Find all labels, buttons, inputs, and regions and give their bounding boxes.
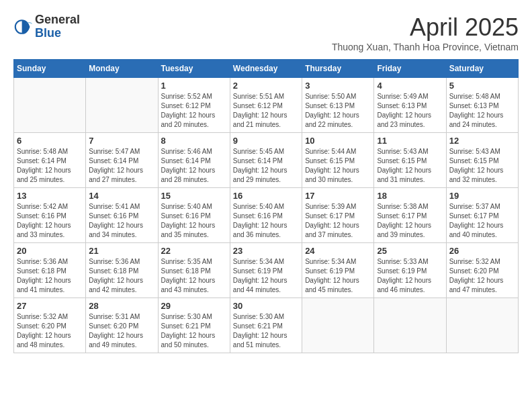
calendar-day-1: 1Sunrise: 5:52 AM Sunset: 6:12 PM Daylig… [158,78,230,133]
calendar-day-24: 24Sunrise: 5:34 AM Sunset: 6:19 PM Dayli… [302,243,374,298]
day-number: 30 [233,301,299,311]
day-number: 15 [161,191,227,201]
day-info: Sunrise: 5:30 AM Sunset: 6:21 PM Dayligh… [161,312,227,350]
day-number: 22 [161,246,227,256]
calendar-header-tuesday: Tuesday [158,60,230,78]
day-info: Sunrise: 5:43 AM Sunset: 6:15 PM Dayligh… [377,147,443,185]
day-info: Sunrise: 5:35 AM Sunset: 6:18 PM Dayligh… [161,257,227,295]
day-info: Sunrise: 5:50 AM Sunset: 6:13 PM Dayligh… [305,92,371,130]
calendar-week-row: 13Sunrise: 5:42 AM Sunset: 6:16 PM Dayli… [14,188,519,243]
day-number: 3 [305,81,371,91]
logo-blue: Blue [35,27,80,40]
day-number: 8 [161,136,227,146]
calendar-day-5: 5Sunrise: 5:48 AM Sunset: 6:13 PM Daylig… [446,78,518,133]
day-number: 21 [89,246,154,256]
calendar-day-17: 17Sunrise: 5:39 AM Sunset: 6:17 PM Dayli… [302,188,374,243]
day-number: 6 [17,136,83,146]
day-info: Sunrise: 5:45 AM Sunset: 6:14 PM Dayligh… [233,147,299,185]
calendar-week-row: 20Sunrise: 5:36 AM Sunset: 6:18 PM Dayli… [14,243,519,298]
calendar-day-20: 20Sunrise: 5:36 AM Sunset: 6:18 PM Dayli… [14,243,86,298]
day-info: Sunrise: 5:34 AM Sunset: 6:19 PM Dayligh… [305,257,371,295]
day-number: 2 [233,81,299,91]
day-info: Sunrise: 5:44 AM Sunset: 6:15 PM Dayligh… [305,147,371,185]
day-info: Sunrise: 5:31 AM Sunset: 6:20 PM Dayligh… [89,312,154,350]
day-info: Sunrise: 5:46 AM Sunset: 6:14 PM Dayligh… [161,147,227,185]
title-section: April 2025 Thuong Xuan, Thanh Hoa Provin… [332,13,519,52]
day-info: Sunrise: 5:40 AM Sunset: 6:16 PM Dayligh… [161,202,227,240]
day-info: Sunrise: 5:37 AM Sunset: 6:17 PM Dayligh… [449,202,515,240]
calendar-header-friday: Friday [374,60,446,78]
day-info: Sunrise: 5:33 AM Sunset: 6:19 PM Dayligh… [377,257,443,295]
day-number: 16 [233,191,299,201]
calendar-week-row: 6Sunrise: 5:48 AM Sunset: 6:14 PM Daylig… [14,133,519,188]
day-number: 27 [17,301,83,311]
day-number: 20 [17,246,83,256]
calendar-day-11: 11Sunrise: 5:43 AM Sunset: 6:15 PM Dayli… [374,133,446,188]
day-info: Sunrise: 5:48 AM Sunset: 6:13 PM Dayligh… [449,92,515,130]
day-number: 11 [377,136,443,146]
logo: General Blue [13,13,80,40]
calendar-week-row: 27Sunrise: 5:32 AM Sunset: 6:20 PM Dayli… [14,298,519,353]
day-info: Sunrise: 5:40 AM Sunset: 6:16 PM Dayligh… [233,202,299,240]
day-info: Sunrise: 5:39 AM Sunset: 6:17 PM Dayligh… [305,202,371,240]
calendar-day-14: 14Sunrise: 5:41 AM Sunset: 6:16 PM Dayli… [86,188,158,243]
day-number: 1 [161,81,227,91]
calendar-day-10: 10Sunrise: 5:44 AM Sunset: 6:15 PM Dayli… [302,133,374,188]
logo-general: General [35,13,80,27]
day-number: 13 [17,191,83,201]
calendar-empty-cell [14,78,86,133]
day-number: 9 [233,136,299,146]
day-info: Sunrise: 5:49 AM Sunset: 6:13 PM Dayligh… [377,92,443,130]
calendar-header-row: SundayMondayTuesdayWednesdayThursdayFrid… [14,60,519,78]
day-number: 12 [449,136,515,146]
day-number: 25 [377,246,443,256]
day-number: 5 [449,81,515,91]
calendar-day-15: 15Sunrise: 5:40 AM Sunset: 6:16 PM Dayli… [158,188,230,243]
calendar-day-7: 7Sunrise: 5:47 AM Sunset: 6:14 PM Daylig… [86,133,158,188]
day-number: 18 [377,191,443,201]
calendar-header-thursday: Thursday [302,60,374,78]
day-number: 10 [305,136,371,146]
day-info: Sunrise: 5:41 AM Sunset: 6:16 PM Dayligh… [89,202,154,240]
calendar-day-8: 8Sunrise: 5:46 AM Sunset: 6:14 PM Daylig… [158,133,230,188]
day-number: 14 [89,191,154,201]
calendar-day-13: 13Sunrise: 5:42 AM Sunset: 6:16 PM Dayli… [14,188,86,243]
day-info: Sunrise: 5:36 AM Sunset: 6:18 PM Dayligh… [89,257,154,295]
day-info: Sunrise: 5:34 AM Sunset: 6:19 PM Dayligh… [233,257,299,295]
page-header: General Blue April 2025 Thuong Xuan, Tha… [13,13,519,52]
calendar-day-30: 30Sunrise: 5:30 AM Sunset: 6:21 PM Dayli… [230,298,302,353]
day-number: 7 [89,136,154,146]
day-number: 29 [161,301,227,311]
calendar-day-28: 28Sunrise: 5:31 AM Sunset: 6:20 PM Dayli… [86,298,158,353]
day-number: 24 [305,246,371,256]
day-info: Sunrise: 5:36 AM Sunset: 6:18 PM Dayligh… [17,257,83,295]
calendar-day-23: 23Sunrise: 5:34 AM Sunset: 6:19 PM Dayli… [230,243,302,298]
day-info: Sunrise: 5:38 AM Sunset: 6:17 PM Dayligh… [377,202,443,240]
location: Thuong Xuan, Thanh Hoa Province, Vietnam [332,42,519,52]
calendar-empty-cell [446,298,518,353]
day-info: Sunrise: 5:30 AM Sunset: 6:21 PM Dayligh… [233,312,299,350]
logo-text: General Blue [35,13,80,40]
day-info: Sunrise: 5:32 AM Sunset: 6:20 PM Dayligh… [17,312,83,350]
calendar-day-4: 4Sunrise: 5:49 AM Sunset: 6:13 PM Daylig… [374,78,446,133]
calendar-day-12: 12Sunrise: 5:43 AM Sunset: 6:15 PM Dayli… [446,133,518,188]
calendar-day-6: 6Sunrise: 5:48 AM Sunset: 6:14 PM Daylig… [14,133,86,188]
calendar-day-27: 27Sunrise: 5:32 AM Sunset: 6:20 PM Dayli… [14,298,86,353]
calendar-day-19: 19Sunrise: 5:37 AM Sunset: 6:17 PM Dayli… [446,188,518,243]
day-number: 26 [449,246,515,256]
day-info: Sunrise: 5:52 AM Sunset: 6:12 PM Dayligh… [161,92,227,130]
day-info: Sunrise: 5:51 AM Sunset: 6:12 PM Dayligh… [233,92,299,130]
calendar-empty-cell [374,298,446,353]
calendar-day-3: 3Sunrise: 5:50 AM Sunset: 6:13 PM Daylig… [302,78,374,133]
calendar-day-25: 25Sunrise: 5:33 AM Sunset: 6:19 PM Dayli… [374,243,446,298]
calendar-day-26: 26Sunrise: 5:32 AM Sunset: 6:20 PM Dayli… [446,243,518,298]
calendar-day-2: 2Sunrise: 5:51 AM Sunset: 6:12 PM Daylig… [230,78,302,133]
calendar-day-29: 29Sunrise: 5:30 AM Sunset: 6:21 PM Dayli… [158,298,230,353]
calendar-day-16: 16Sunrise: 5:40 AM Sunset: 6:16 PM Dayli… [230,188,302,243]
calendar-empty-cell [86,78,158,133]
calendar-empty-cell [302,298,374,353]
day-info: Sunrise: 5:32 AM Sunset: 6:20 PM Dayligh… [449,257,515,295]
day-number: 17 [305,191,371,201]
day-info: Sunrise: 5:47 AM Sunset: 6:14 PM Dayligh… [89,147,154,185]
calendar-week-row: 1Sunrise: 5:52 AM Sunset: 6:12 PM Daylig… [14,78,519,133]
